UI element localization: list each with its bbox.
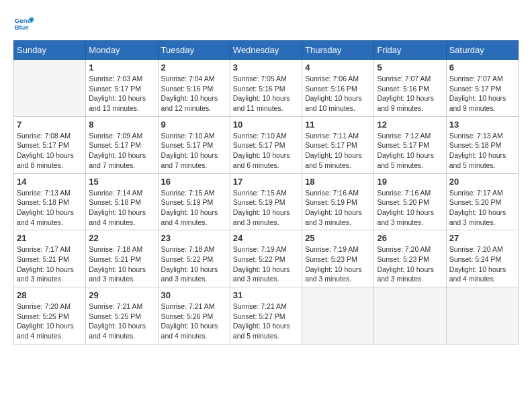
calendar-cell: 11Sunrise: 7:11 AMSunset: 5:17 PMDayligh… — [302, 116, 374, 173]
day-info: Sunrise: 7:03 AMSunset: 5:17 PMDaylight:… — [89, 74, 154, 113]
day-number: 17 — [233, 177, 299, 187]
day-number: 25 — [305, 233, 371, 243]
day-number: 20 — [449, 177, 515, 187]
day-info: Sunrise: 7:12 AMSunset: 5:17 PMDaylight:… — [377, 131, 443, 171]
calendar-cell: 12Sunrise: 7:12 AMSunset: 5:17 PMDayligh… — [374, 116, 446, 173]
calendar-cell: 26Sunrise: 7:20 AMSunset: 5:23 PMDayligh… — [374, 230, 446, 287]
calendar-cell: 9Sunrise: 7:10 AMSunset: 5:17 PMDaylight… — [158, 116, 230, 173]
day-number: 1 — [89, 62, 154, 73]
day-number: 16 — [161, 177, 227, 187]
header-friday: Friday — [374, 41, 446, 60]
calendar-cell: 13Sunrise: 7:13 AMSunset: 5:18 PMDayligh… — [446, 116, 518, 173]
day-info: Sunrise: 7:07 AMSunset: 5:16 PMDaylight:… — [377, 74, 443, 113]
calendar-cell: 22Sunrise: 7:18 AMSunset: 5:21 PMDayligh… — [86, 230, 158, 287]
calendar-cell: 1Sunrise: 7:03 AMSunset: 5:17 PMDaylight… — [86, 60, 158, 117]
calendar-cell: 8Sunrise: 7:09 AMSunset: 5:17 PMDaylight… — [86, 116, 158, 173]
header-thursday: Thursday — [302, 41, 374, 60]
week-row-2: 7Sunrise: 7:08 AMSunset: 5:17 PMDaylight… — [14, 116, 519, 173]
calendar-cell: 6Sunrise: 7:07 AMSunset: 5:17 PMDaylight… — [446, 60, 518, 117]
header-wednesday: Wednesday — [230, 41, 302, 60]
day-number: 3 — [233, 62, 299, 73]
calendar-cell — [302, 287, 374, 345]
day-info: Sunrise: 7:04 AMSunset: 5:16 PMDaylight:… — [161, 74, 227, 113]
day-info: Sunrise: 7:19 AMSunset: 5:22 PMDaylight:… — [233, 244, 299, 284]
day-info: Sunrise: 7:13 AMSunset: 5:18 PMDaylight:… — [449, 131, 515, 171]
day-info: Sunrise: 7:07 AMSunset: 5:17 PMDaylight:… — [449, 74, 515, 113]
week-row-5: 28Sunrise: 7:20 AMSunset: 5:25 PMDayligh… — [14, 287, 519, 345]
calendar-cell: 25Sunrise: 7:19 AMSunset: 5:23 PMDayligh… — [302, 230, 374, 287]
header-sunday: Sunday — [14, 41, 86, 60]
calendar-cell: 30Sunrise: 7:21 AMSunset: 5:26 PMDayligh… — [158, 287, 230, 345]
day-number: 22 — [89, 233, 154, 243]
week-row-4: 21Sunrise: 7:17 AMSunset: 5:21 PMDayligh… — [14, 230, 519, 287]
calendar-cell: 19Sunrise: 7:16 AMSunset: 5:20 PMDayligh… — [374, 173, 446, 230]
day-number: 4 — [305, 62, 371, 73]
day-number: 15 — [89, 177, 154, 187]
day-info: Sunrise: 7:15 AMSunset: 5:19 PMDaylight:… — [233, 188, 299, 228]
calendar-table: SundayMondayTuesdayWednesdayThursdayFrid… — [13, 40, 519, 345]
svg-text:Blue: Blue — [15, 24, 30, 31]
day-info: Sunrise: 7:06 AMSunset: 5:16 PMDaylight:… — [305, 74, 371, 113]
header-monday: Monday — [86, 41, 158, 60]
day-info: Sunrise: 7:21 AMSunset: 5:26 PMDaylight:… — [161, 302, 227, 341]
day-number: 21 — [17, 233, 83, 243]
logo: General Blue — [13, 13, 36, 34]
calendar-cell: 28Sunrise: 7:20 AMSunset: 5:25 PMDayligh… — [14, 287, 86, 345]
day-number: 23 — [161, 233, 227, 243]
day-info: Sunrise: 7:10 AMSunset: 5:17 PMDaylight:… — [161, 131, 227, 171]
day-info: Sunrise: 7:20 AMSunset: 5:23 PMDaylight:… — [377, 244, 443, 284]
day-number: 28 — [17, 290, 83, 300]
day-info: Sunrise: 7:10 AMSunset: 5:17 PMDaylight:… — [233, 131, 299, 171]
calendar-cell: 5Sunrise: 7:07 AMSunset: 5:16 PMDaylight… — [374, 60, 446, 117]
calendar-cell — [374, 287, 446, 345]
calendar-cell: 15Sunrise: 7:14 AMSunset: 5:18 PMDayligh… — [86, 173, 158, 230]
day-number: 14 — [17, 177, 83, 187]
day-info: Sunrise: 7:14 AMSunset: 5:18 PMDaylight:… — [89, 188, 154, 228]
day-number: 11 — [305, 120, 371, 130]
calendar-cell: 14Sunrise: 7:13 AMSunset: 5:18 PMDayligh… — [14, 173, 86, 230]
calendar-cell — [14, 60, 86, 117]
calendar-cell: 18Sunrise: 7:16 AMSunset: 5:19 PMDayligh… — [302, 173, 374, 230]
calendar-cell: 7Sunrise: 7:08 AMSunset: 5:17 PMDaylight… — [14, 116, 86, 173]
calendar-cell: 10Sunrise: 7:10 AMSunset: 5:17 PMDayligh… — [230, 116, 302, 173]
calendar-cell: 24Sunrise: 7:19 AMSunset: 5:22 PMDayligh… — [230, 230, 302, 287]
day-number: 26 — [377, 233, 443, 243]
day-info: Sunrise: 7:16 AMSunset: 5:19 PMDaylight:… — [305, 188, 371, 228]
day-number: 31 — [233, 290, 299, 300]
day-info: Sunrise: 7:05 AMSunset: 5:16 PMDaylight:… — [233, 74, 299, 113]
day-number: 27 — [449, 233, 515, 243]
day-info: Sunrise: 7:13 AMSunset: 5:18 PMDaylight:… — [17, 188, 83, 228]
calendar-cell: 31Sunrise: 7:21 AMSunset: 5:27 PMDayligh… — [230, 287, 302, 345]
day-info: Sunrise: 7:20 AMSunset: 5:25 PMDaylight:… — [17, 302, 83, 341]
header-saturday: Saturday — [446, 41, 518, 60]
day-info: Sunrise: 7:08 AMSunset: 5:17 PMDaylight:… — [17, 131, 83, 171]
week-row-3: 14Sunrise: 7:13 AMSunset: 5:18 PMDayligh… — [14, 173, 519, 230]
day-number: 6 — [449, 62, 515, 73]
calendar-cell: 27Sunrise: 7:20 AMSunset: 5:24 PMDayligh… — [446, 230, 518, 287]
day-number: 9 — [161, 120, 227, 130]
day-number: 18 — [305, 177, 371, 187]
day-info: Sunrise: 7:09 AMSunset: 5:17 PMDaylight:… — [89, 131, 154, 171]
day-info: Sunrise: 7:20 AMSunset: 5:24 PMDaylight:… — [449, 244, 515, 284]
day-info: Sunrise: 7:11 AMSunset: 5:17 PMDaylight:… — [305, 131, 371, 171]
day-info: Sunrise: 7:21 AMSunset: 5:27 PMDaylight:… — [233, 302, 299, 341]
calendar-cell: 21Sunrise: 7:17 AMSunset: 5:21 PMDayligh… — [14, 230, 86, 287]
calendar-cell: 2Sunrise: 7:04 AMSunset: 5:16 PMDaylight… — [158, 60, 230, 117]
day-info: Sunrise: 7:15 AMSunset: 5:19 PMDaylight:… — [161, 188, 227, 228]
day-info: Sunrise: 7:19 AMSunset: 5:23 PMDaylight:… — [305, 244, 371, 284]
day-number: 8 — [89, 120, 154, 130]
calendar-cell: 23Sunrise: 7:18 AMSunset: 5:22 PMDayligh… — [158, 230, 230, 287]
calendar-cell: 16Sunrise: 7:15 AMSunset: 5:19 PMDayligh… — [158, 173, 230, 230]
day-info: Sunrise: 7:18 AMSunset: 5:22 PMDaylight:… — [161, 244, 227, 284]
day-info: Sunrise: 7:18 AMSunset: 5:21 PMDaylight:… — [89, 244, 154, 284]
day-number: 7 — [17, 120, 83, 130]
calendar-cell: 4Sunrise: 7:06 AMSunset: 5:16 PMDaylight… — [302, 60, 374, 117]
day-number: 10 — [233, 120, 299, 130]
calendar-cell: 17Sunrise: 7:15 AMSunset: 5:19 PMDayligh… — [230, 173, 302, 230]
calendar-cell — [446, 287, 518, 345]
day-number: 24 — [233, 233, 299, 243]
day-number: 30 — [161, 290, 227, 300]
logo-icon: General Blue — [13, 13, 34, 34]
header: General Blue — [13, 13, 519, 34]
day-info: Sunrise: 7:16 AMSunset: 5:20 PMDaylight:… — [377, 188, 443, 228]
